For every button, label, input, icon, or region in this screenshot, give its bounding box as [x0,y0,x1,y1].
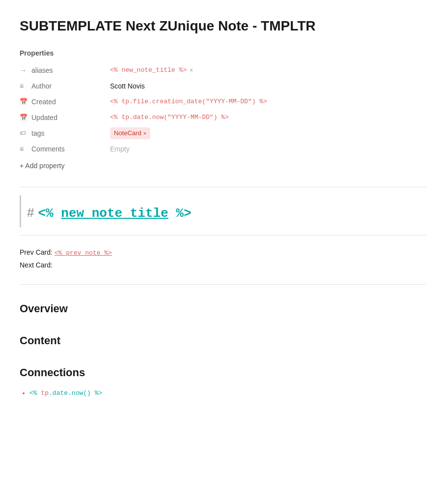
connection-suffix: %> [95,389,103,397]
connections-list: <% tp.date.now() %> [20,388,426,398]
property-value-author: Scott Novis [110,81,145,91]
property-value-aliases: <% new_note_title %> × [110,65,193,75]
connection-prefix: <% [29,389,37,397]
property-value-comments: Empty [110,144,130,154]
prev-card-line: Prev Card: <% prev_note %> [20,247,426,258]
updated-calendar-icon: 📅 [20,113,31,122]
heading-template-text: <% new_note_title %> [38,204,191,223]
property-value-updated: <% tp.date.now("YYYY-MM-DD") %> [110,113,229,122]
property-row-tags: 🏷 tags NoteCard × [20,125,426,141]
properties-section: Properties → aliases <% new_note_title %… [20,48,426,173]
property-key-created: Created [31,97,110,107]
connection-item: <% tp.date.now() %> [29,388,426,398]
property-row-comments: ≡ Comments Empty [20,141,426,157]
property-row-updated: 📅 Updated <% tp.date.now("YYYY-MM-DD") %… [20,110,426,125]
divider-1 [20,187,426,187]
property-key-tags: tags [31,128,110,139]
page-title: SUBTEMPLATE Next ZUnique Note - TMPLTR [20,16,426,36]
property-value-created: <% tp.file.creation_date("YYYY-MM-DD") %… [110,97,267,107]
property-key-author: Author [31,81,110,91]
content-heading: Content [20,332,426,349]
property-row-aliases: → aliases <% new_note_title %> × [20,62,426,78]
overview-heading: Overview [20,300,426,317]
property-key-updated: Updated [31,113,110,123]
comments-icon: ≡ [20,144,31,154]
prev-card-label: Prev Card: [20,248,55,256]
property-key-comments: Comments [31,144,110,154]
property-key-aliases: aliases [31,65,110,76]
tag-close-icon[interactable]: × [143,129,146,138]
heading-hash: # [27,203,34,222]
updated-template-var: <% tp.date.now("YYYY-MM-DD") %> [110,113,229,122]
property-row-author: ≡ Author Scott Novis [20,78,426,94]
aliases-close-icon[interactable]: × [190,66,193,75]
tags-icon: 🏷 [20,128,31,138]
alias-icon: → [20,65,31,76]
aliases-template-var: <% new_note_title %> [110,65,187,75]
property-value-tags: NoteCard × [110,127,150,139]
connection-dot-method: .date.now() [49,389,91,397]
next-card-label: Next Card: [20,261,53,269]
properties-label: Properties [20,48,426,59]
created-calendar-icon: 📅 [20,97,31,107]
add-property-button[interactable]: + Add property [20,159,64,173]
author-icon: ≡ [20,81,31,91]
navigation-block: Prev Card: <% prev_note %> Next Card: [20,243,426,276]
tag-label: NoteCard [114,128,141,138]
connections-heading: Connections [20,364,426,381]
heading-template-link[interactable]: new_note_title [61,206,168,221]
property-row-created: 📅 Created <% tp.file.creation_date("YYYY… [20,94,426,110]
divider-3 [20,284,426,285]
connection-method: tp [41,389,49,397]
created-template-var: <% tp.file.creation_date("YYYY-MM-DD") %… [110,97,267,107]
heading-block: # <% new_note_title %> [20,195,426,227]
author-name: Scott Novis [110,81,145,91]
comments-empty: Empty [110,144,130,154]
divider-2 [20,235,426,236]
notecard-tag: NoteCard × [110,127,150,139]
next-card-line: Next Card: [20,260,426,270]
prev-card-template: <% prev_note %> [55,249,112,257]
